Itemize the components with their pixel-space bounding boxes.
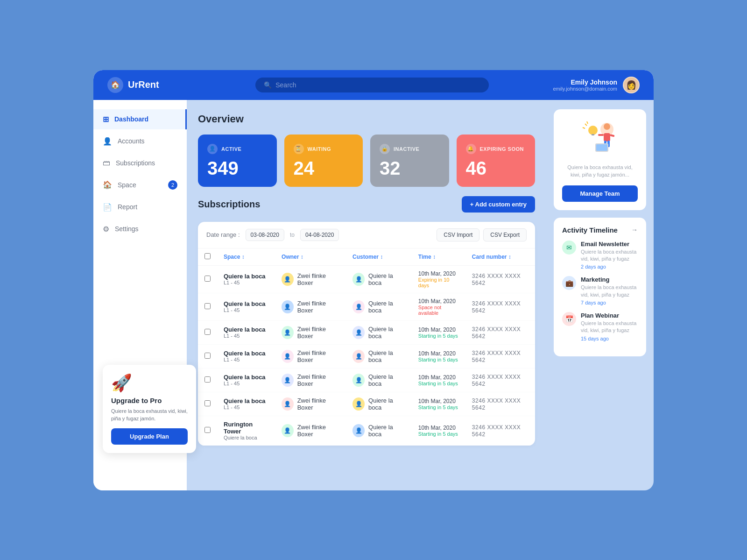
activity-arrow[interactable]: → (631, 226, 638, 234)
csv-export-button[interactable]: CSV Export (483, 228, 527, 241)
table-row: Quiere la boca L1 - 45 👤 Zwei flinke Box… (198, 368, 535, 392)
time-status: Starting in 5 days (418, 404, 459, 410)
col-space[interactable]: Space ↕ (217, 248, 275, 266)
row-checkbox[interactable] (204, 427, 211, 433)
col-time[interactable]: Time ↕ (412, 248, 465, 266)
col-customer[interactable]: Customer ↕ (346, 248, 412, 266)
date-to[interactable]: 04-08-2020 (300, 229, 339, 241)
customer-name: Quiere la boca (368, 397, 405, 411)
owner-avatar: 👤 (282, 326, 294, 339)
owner-cell: 👤 Zwei flinke Boxer (282, 373, 339, 387)
card-number: 3246 XXXX XXXX 5642 (472, 273, 521, 286)
upgrade-plan-button[interactable]: Upgrade Plan (111, 428, 188, 445)
svg-line-11 (583, 128, 585, 128)
add-entry-button[interactable]: + Add custom entry (462, 196, 535, 213)
space-sublabel: L1 - 45 (224, 307, 268, 313)
svg-line-10 (587, 121, 588, 124)
stat-header-inactive: 🔒 INACTIVE (380, 144, 440, 154)
webinar-desc: Quiere la boca exhausta vid, kiwi, piña … (581, 320, 638, 334)
owner-avatar: 👤 (282, 397, 294, 411)
subscriptions-icon: 🗃 (103, 159, 110, 167)
owner-cell: 👤 Zwei flinke Boxer (282, 326, 339, 340)
expiring-value: 46 (466, 159, 526, 177)
owner-name: Zwei flinke Boxer (297, 349, 339, 363)
sidebar-item-dashboard[interactable]: ⊞ Dashboard (93, 109, 187, 129)
search-input[interactable] (275, 81, 480, 89)
owner-name: Zwei flinke Boxer (297, 424, 339, 438)
time-main: 10th Mar, 2020 (418, 270, 459, 277)
owner-cell: 👤 Zwei flinke Boxer (282, 300, 339, 314)
svg-point-7 (588, 126, 598, 135)
search-bar: 🔍 (191, 78, 553, 92)
sidebar-item-space[interactable]: 🏠 Space 2 (93, 175, 187, 195)
card-number: 3246 XXXX XXXX 5642 (472, 397, 521, 411)
space-name: Quiere la boca (224, 273, 268, 280)
email-newsletter-content: Email Newsletter Quiere la boca exhausta… (581, 241, 638, 270)
owner-name: Zwei flinke Boxer (297, 326, 339, 340)
logo: 🏠 UrRent (107, 77, 191, 93)
sidebar-item-accounts[interactable]: 👤 Accounts (93, 131, 187, 151)
topnav: 🏠 UrRent 🔍 Emily Johnson emily.johnson@d… (93, 70, 654, 100)
col-card[interactable]: Card number ↕ (465, 248, 535, 266)
space-badge: 2 (168, 180, 177, 190)
customer-avatar: 👤 (352, 424, 365, 437)
csv-import-button[interactable]: CSV Import (437, 228, 479, 241)
table-row: Quiere la boca L1 - 45 👤 Zwei flinke Box… (198, 265, 535, 293)
row-checkbox[interactable] (204, 329, 211, 335)
table-row: Quiere la boca L1 - 45 👤 Zwei flinke Box… (198, 320, 535, 344)
promo-illustration (562, 118, 638, 160)
row-checkbox[interactable] (204, 376, 211, 383)
select-all-checkbox[interactable] (204, 253, 211, 259)
customer-avatar: 👤 (352, 300, 365, 313)
marketing-content: Marketing Quiere la boca exhausta vid, k… (581, 276, 638, 305)
svg-rect-2 (604, 133, 610, 142)
stat-header-active: 👤 ACTIVE (207, 144, 268, 154)
owner-avatar: 👤 (282, 374, 294, 387)
card-number: 3246 XXXX XXXX 5642 (472, 424, 521, 438)
sidebar-item-report[interactable]: 📄 Report (93, 197, 187, 217)
time-status: Starting in 5 days (418, 357, 459, 362)
card-number: 3246 XXXX XXXX 5642 (472, 350, 521, 363)
overview-title: Overview (198, 113, 535, 125)
svg-rect-4 (610, 134, 615, 137)
stat-card-active: 👤 ACTIVE 349 (198, 135, 277, 187)
sidebar-item-subscriptions[interactable]: 🗃 Subscriptions (93, 153, 187, 173)
space-name: Quiere la boca (224, 350, 268, 357)
time-status: Starting in 5 days (418, 431, 459, 437)
customer-avatar: 👤 (352, 350, 365, 363)
search-wrap[interactable]: 🔍 (255, 78, 489, 92)
marketing-icon: 💼 (562, 276, 576, 290)
inactive-label: INACTIVE (394, 146, 419, 152)
svg-line-9 (585, 124, 587, 126)
upgrade-icon: 🚀 (111, 373, 188, 393)
customer-name: Quiere la boca (368, 349, 405, 363)
user-name: Emily Johnson (553, 78, 617, 86)
customer-cell: 👤 Quiere la boca (352, 300, 405, 314)
row-checkbox[interactable] (204, 353, 211, 359)
row-checkbox[interactable] (204, 400, 211, 406)
row-checkbox[interactable] (204, 276, 211, 282)
row-checkbox[interactable] (204, 303, 211, 309)
webinar-time: 15 days ago (581, 336, 638, 341)
space-sublabel: L1 - 45 (224, 404, 268, 410)
main-content: Overview 👤 ACTIVE 349 ⏳ WAITING 24 (187, 100, 546, 490)
stat-card-waiting: ⏳ WAITING 24 (284, 135, 363, 187)
user-email: emily.johnson@domain.com (553, 86, 617, 92)
report-icon: 📄 (103, 203, 112, 212)
col-owner[interactable]: Owner ↕ (275, 248, 346, 266)
date-from[interactable]: 03-08-2020 (246, 229, 284, 241)
time-status: Space not available (418, 305, 459, 316)
space-name: Quiere la boca (224, 397, 268, 404)
sidebar-item-label: Subscriptions (116, 159, 155, 167)
sidebar-item-settings[interactable]: ⚙ Settings (93, 219, 187, 239)
sidebar-item-label: Settings (115, 225, 139, 233)
upgrade-card: 🚀 Upgrade to Pro Quiere la boca exhausta… (103, 365, 196, 453)
time-status: Starting in 5 days (418, 333, 459, 339)
activity-header: Activity Timeline → (562, 226, 638, 234)
customer-cell: 👤 Quiere la boca (352, 349, 405, 363)
active-label: ACTIVE (221, 146, 241, 152)
subscriptions-table-wrap: Date range : 03-08-2020 to 04-08-2020 CS… (198, 222, 535, 446)
sidebar-item-label: Space (118, 181, 136, 189)
manage-team-button[interactable]: Manage Team (562, 185, 638, 202)
avatar[interactable]: 👩 (623, 77, 640, 93)
